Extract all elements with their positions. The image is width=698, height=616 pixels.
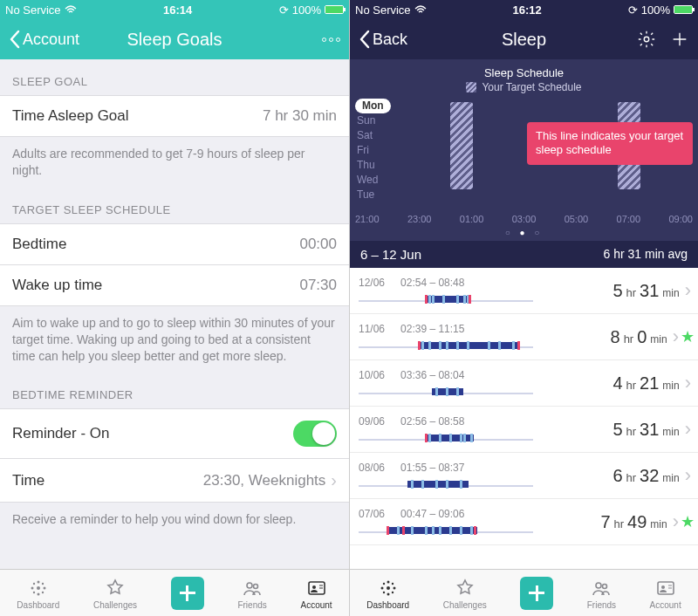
log-span: 02:56 – 08:58 xyxy=(400,415,464,428)
carrier-text: No Service xyxy=(5,3,61,17)
sleep-log-row[interactable]: 10/0603:36 – 08:044hr 21min› xyxy=(350,360,698,407)
legend-swatch-icon xyxy=(466,82,476,92)
reminder-toggle-row[interactable]: Reminder - On xyxy=(0,408,349,459)
log-duration: 5hr 31min xyxy=(592,281,680,301)
chart-day[interactable]: Fri xyxy=(355,143,391,158)
tab-friends[interactable]: Friends xyxy=(587,577,616,610)
week-summary-row[interactable]: 6 – 12 Jun 6 hr 31 min avg xyxy=(350,241,698,268)
chevron-right-icon: › xyxy=(673,510,679,533)
tab-label: Challenges xyxy=(443,600,487,610)
svg-point-12 xyxy=(312,585,316,589)
clock: 16:12 xyxy=(513,3,542,17)
sleep-bar xyxy=(359,292,533,305)
tab-dashboard[interactable]: Dashboard xyxy=(17,577,59,610)
x-tick: 03:00 xyxy=(512,214,537,224)
tab-add[interactable] xyxy=(171,577,204,610)
x-tick: 05:00 xyxy=(565,214,589,224)
time-asleep-goal-row[interactable]: Time Asleep Goal 7 hr 30 min xyxy=(0,95,349,137)
log-date: 07/06 xyxy=(359,508,385,520)
tab-label: Dashboard xyxy=(366,600,409,610)
chart-day[interactable]: Tue xyxy=(355,188,391,202)
dashboard-icon xyxy=(27,577,50,599)
sleep-log-row[interactable]: 12/0602:54 – 08:485hr 31min› xyxy=(350,268,698,314)
svg-point-9 xyxy=(247,583,252,588)
svg-point-4 xyxy=(43,586,45,589)
tab-dashboard[interactable]: Dashboard xyxy=(366,577,409,610)
reminder-switch[interactable] xyxy=(293,421,337,447)
sleep-schedule-chart[interactable]: Sleep Schedule Your Target Schedule MonS… xyxy=(350,59,698,241)
sleep-log-row[interactable]: 07/0600:47 – 09:067hr 49min›★ xyxy=(350,499,698,545)
svg-point-5 xyxy=(33,582,35,584)
chevron-right-icon: › xyxy=(673,325,679,348)
back-button[interactable]: Back xyxy=(359,30,407,49)
log-span: 03:36 – 08:04 xyxy=(400,369,464,381)
chevron-right-icon: › xyxy=(685,418,691,441)
page-title: Sleep xyxy=(502,30,546,50)
account-icon xyxy=(654,577,677,599)
challenges-icon xyxy=(104,577,127,599)
nav-bar: Account Sleep Goals xyxy=(0,19,349,59)
x-tick: 07:00 xyxy=(617,214,641,224)
log-span: 00:47 – 09:06 xyxy=(400,508,464,520)
battery-icon xyxy=(674,5,693,14)
svg-point-6 xyxy=(42,582,44,584)
tab-bar: DashboardChallengesFriendsAccount xyxy=(350,569,698,616)
add-icon xyxy=(520,577,553,610)
tab-add[interactable] xyxy=(520,577,553,610)
row-label: Wake up time xyxy=(12,277,102,294)
back-button[interactable]: Account xyxy=(9,30,79,49)
more-button[interactable] xyxy=(322,38,340,42)
svg-point-26 xyxy=(603,584,607,588)
tab-label: Account xyxy=(650,600,681,610)
page-dots[interactable]: ○ ● ○ xyxy=(350,228,698,237)
sleep-log-row[interactable]: 11/0602:39 – 11:158hr 0min›★ xyxy=(350,314,698,360)
tab-label: Dashboard xyxy=(17,600,59,610)
reminder-time-row[interactable]: Time 23:30, Weeknights › xyxy=(0,459,349,503)
chart-day[interactable]: Wed xyxy=(355,173,391,188)
chevron-right-icon: › xyxy=(685,372,691,394)
chevron-right-icon: › xyxy=(685,464,691,487)
tab-label: Friends xyxy=(587,600,616,610)
carrier-text: No Service xyxy=(355,3,411,17)
tab-label: Account xyxy=(300,600,332,610)
chart-day[interactable]: Mon xyxy=(355,99,391,113)
wakeup-row[interactable]: Wake up time 07:30 xyxy=(0,265,349,306)
rotation-lock-icon: ⟳ xyxy=(279,3,289,17)
plus-icon[interactable] xyxy=(670,30,689,49)
log-date: 08/06 xyxy=(359,462,385,474)
x-tick: 23:00 xyxy=(407,214,432,224)
tab-account[interactable]: Account xyxy=(650,577,681,610)
log-span: 02:54 – 08:48 xyxy=(400,277,464,289)
sleep-bar xyxy=(359,477,533,489)
chart-day[interactable]: Thu xyxy=(355,158,391,173)
sleep-log-row[interactable]: 09/0602:56 – 08:585hr 31min› xyxy=(350,407,698,453)
tab-friends[interactable]: Friends xyxy=(237,577,266,610)
section-header: SLEEP GOAL xyxy=(0,59,349,95)
week-avg: 6 hr 31 min avg xyxy=(604,247,688,262)
svg-point-21 xyxy=(383,582,385,584)
tab-challenges[interactable]: Challenges xyxy=(443,577,487,610)
star-icon: ★ xyxy=(681,327,695,346)
gear-icon[interactable] xyxy=(637,30,656,49)
svg-point-3 xyxy=(31,586,33,589)
challenges-icon xyxy=(454,577,476,599)
chart-title: Sleep Schedule xyxy=(350,66,698,79)
sleep-bar xyxy=(359,431,533,443)
bedtime-row[interactable]: Bedtime 00:00 xyxy=(0,223,349,265)
add-icon xyxy=(171,577,204,610)
tab-bar: DashboardChallengesFriendsAccount xyxy=(0,569,349,616)
section-footer: Receive a reminder to help you wind down… xyxy=(0,503,349,537)
x-tick: 21:00 xyxy=(355,214,380,224)
chart-day[interactable]: Sat xyxy=(355,128,391,143)
log-date: 11/06 xyxy=(359,323,385,335)
tab-challenges[interactable]: Challenges xyxy=(93,577,137,610)
page-title: Sleep Goals xyxy=(127,30,222,50)
chart-day[interactable]: Sun xyxy=(355,113,391,128)
svg-point-15 xyxy=(644,37,649,42)
svg-point-25 xyxy=(596,583,601,588)
content: SLEEP GOAL Time Asleep Goal 7 hr 30 min … xyxy=(0,59,349,569)
svg-point-2 xyxy=(37,592,39,595)
row-label: Bedtime xyxy=(12,236,66,253)
sleep-log-row[interactable]: 08/0601:55 – 08:376hr 32min› xyxy=(350,453,698,499)
tab-account[interactable]: Account xyxy=(300,577,332,610)
